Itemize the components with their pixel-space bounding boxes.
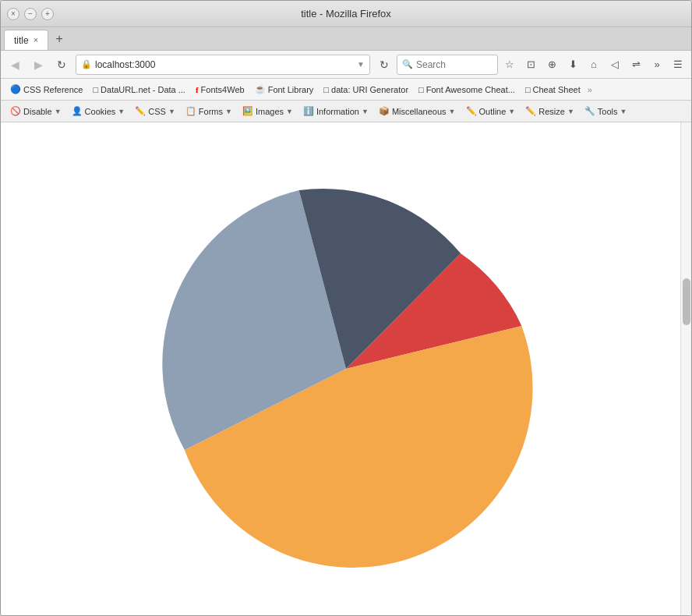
devtool-disable[interactable]: 🚫 Disable ▼ [5, 104, 66, 118]
bookmark-save-button[interactable]: ⊡ [521, 55, 541, 75]
bookmark-label: data: URI Generator [331, 85, 408, 94]
back-button[interactable]: ◀ [4, 55, 26, 75]
content-area [1, 122, 691, 615]
url-dropdown-arrow[interactable]: ▼ [357, 60, 365, 69]
bookmark-css-reference[interactable]: 🔵 CSS Reference [5, 83, 87, 96]
devtool-cookies[interactable]: 👤 Cookies ▼ [67, 104, 130, 118]
overflow-button[interactable]: » [647, 55, 667, 75]
menu-button[interactable]: ☰ [668, 55, 688, 75]
devtool-forms[interactable]: 📋 Forms ▼ [181, 104, 237, 118]
devtool-label: Forms [199, 107, 223, 116]
close-button[interactable]: × [7, 8, 19, 20]
outline-arrow: ▼ [508, 108, 515, 115]
css-reference-icon: 🔵 [10, 84, 21, 94]
new-tab-button[interactable]: + [50, 30, 69, 48]
forward-button[interactable]: ▶ [27, 55, 49, 75]
devtool-images[interactable]: 🖼️ Images ▼ [238, 104, 298, 118]
tab-bar: title × + [1, 27, 691, 51]
bookmark-fonts4web[interactable]: f Fonts4Web [191, 83, 249, 96]
cookies-arrow: ▼ [118, 108, 125, 115]
bookmark-data-uri[interactable]: □ data: URI Generator [319, 83, 413, 96]
css-icon: ✏️ [135, 106, 146, 116]
devtool-label: CSS [148, 107, 166, 116]
bookmark-dataurl[interactable]: □ DataURL.net - Data ... [88, 83, 189, 96]
devtool-label: Information [316, 107, 359, 116]
minimize-button[interactable]: − [24, 8, 37, 20]
search-icon: 🔍 [402, 59, 413, 69]
pie-chart [143, 166, 549, 572]
share-button[interactable]: ⊕ [542, 55, 562, 75]
devtools-bar: 🚫 Disable ▼ 👤 Cookies ▼ ✏️ CSS ▼ 📋 Forms… [1, 101, 691, 122]
disable-arrow: ▼ [55, 108, 62, 115]
tools-arrow: ▼ [620, 108, 627, 115]
devtool-information[interactable]: ℹ️ Information ▼ [298, 104, 373, 118]
devtool-label: Tools [598, 107, 618, 116]
search-bar: 🔍 [397, 55, 498, 75]
bookmark-label: Font Awesome Cheat... [426, 85, 515, 94]
tools-icon: 🔧 [584, 106, 595, 116]
devtool-label: Miscellaneous [392, 107, 447, 116]
search-input[interactable] [416, 59, 486, 70]
bookmark-font-library[interactable]: ☕ Font Library [250, 83, 319, 96]
pie-chart-container [143, 166, 549, 572]
scrollbar-thumb[interactable] [683, 278, 690, 325]
miscellaneous-arrow: ▼ [449, 108, 456, 115]
tab-title: title [14, 35, 29, 46]
information-icon: ℹ️ [303, 106, 314, 116]
font-awesome-icon: □ [418, 85, 424, 94]
images-arrow: ▼ [286, 108, 293, 115]
devtool-label: Images [256, 107, 284, 116]
bookmark-label: DataURL.net - Data ... [101, 85, 185, 94]
resize-icon: ✏️ [525, 106, 536, 116]
reload-button[interactable]: ↻ [51, 55, 72, 75]
forms-arrow: ▼ [225, 108, 232, 115]
devtool-outline[interactable]: ✏️ Outline ▼ [461, 104, 521, 118]
devtool-resize[interactable]: ✏️ Resize ▼ [521, 104, 579, 118]
disable-icon: 🚫 [10, 106, 21, 116]
url-bar: 🔒 ▼ [76, 55, 370, 75]
titlebar: × − + title - Mozilla Firefox [1, 1, 691, 27]
browser-window: × − + title - Mozilla Firefox title × + … [0, 0, 692, 616]
navigation-bar: ◀ ▶ ↻ 🔒 ▼ ↻ 🔍 ☆ ⊡ ⊕ ⬇ ⌂ ◁ ⇌ » ☰ [1, 51, 691, 79]
bookmark-star-button[interactable]: ☆ [500, 55, 520, 75]
outline-icon: ✏️ [466, 106, 477, 116]
bookmark-label: Cheat Sheet [533, 85, 581, 94]
fonts4web-icon: f [196, 85, 199, 94]
download-button[interactable]: ⬇ [563, 55, 583, 75]
resize-arrow: ▼ [567, 108, 574, 115]
font-library-icon: ☕ [255, 84, 266, 94]
secure-icon: 🔒 [81, 59, 92, 69]
bookmark-font-awesome[interactable]: □ Font Awesome Cheat... [414, 83, 520, 96]
dataurl-icon: □ [93, 85, 98, 94]
bookmarks-overflow: » [588, 85, 592, 94]
information-arrow: ▼ [362, 108, 369, 115]
data-uri-icon: □ [323, 85, 329, 94]
cheat-sheet-icon: □ [525, 85, 531, 94]
devtool-label: Outline [479, 107, 507, 116]
forms-icon: 📋 [185, 106, 196, 116]
cookies-icon: 👤 [72, 106, 83, 116]
devtool-css[interactable]: ✏️ CSS ▼ [130, 104, 180, 118]
devtool-tools[interactable]: 🔧 Tools ▼ [580, 104, 632, 118]
history-button[interactable]: ◁ [605, 55, 625, 75]
tab-close-button[interactable]: × [34, 36, 38, 44]
scrollbar[interactable] [680, 122, 691, 615]
bookmark-label: Fonts4Web [201, 85, 245, 94]
sync-button[interactable]: ⇌ [626, 55, 646, 75]
active-tab[interactable]: title × [4, 30, 48, 50]
reload-url-button[interactable]: ↻ [373, 55, 395, 75]
bookmark-cheat-sheet[interactable]: □ Cheat Sheet [521, 83, 585, 96]
miscellaneous-icon: 📦 [379, 106, 390, 116]
devtool-label: Cookies [85, 107, 116, 116]
window-title: title - Mozilla Firefox [301, 8, 391, 19]
devtool-miscellaneous[interactable]: 📦 Miscellaneous ▼ [374, 104, 461, 118]
images-icon: 🖼️ [242, 106, 253, 116]
url-input[interactable] [95, 59, 354, 70]
home-button[interactable]: ⌂ [584, 55, 604, 75]
devtool-label: Disable [23, 107, 52, 116]
maximize-button[interactable]: + [41, 8, 54, 20]
window-controls: × − + [7, 8, 54, 20]
bookmarks-bar: 🔵 CSS Reference □ DataURL.net - Data ...… [1, 79, 691, 101]
devtool-label: Resize [538, 107, 565, 116]
css-arrow: ▼ [168, 108, 175, 115]
